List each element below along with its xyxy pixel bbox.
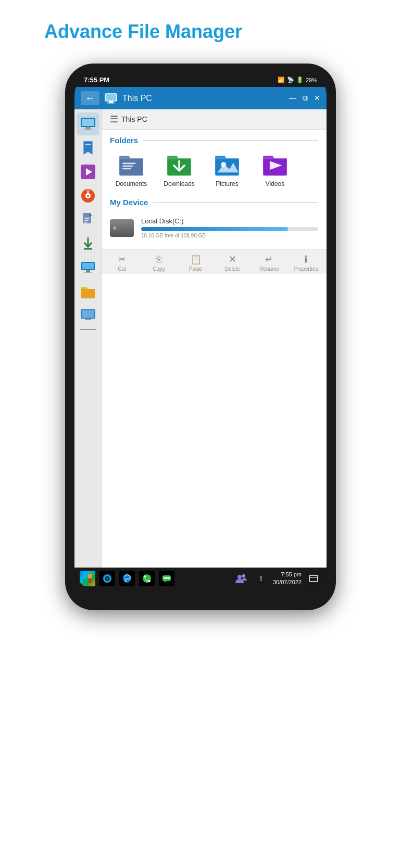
device-divider	[153, 202, 318, 203]
svg-rect-5	[85, 127, 91, 129]
sidebar-item-docs[interactable]	[77, 208, 99, 231]
copy-label: Copy	[153, 266, 165, 272]
sidebar-item-network[interactable]	[77, 304, 99, 327]
toolbar-paste-button[interactable]: 📋 Paste	[183, 254, 209, 272]
taskbar-notifications[interactable]	[306, 571, 321, 586]
battery-pct: 29%	[306, 77, 317, 83]
svg-rect-26	[82, 310, 94, 318]
svg-rect-1	[109, 101, 113, 103]
network-icon	[80, 309, 96, 322]
toolbar-rename-button[interactable]: ↵ Rename	[256, 254, 282, 272]
sidebar-item-downloads[interactable]	[77, 232, 99, 255]
videos-folder-icon	[259, 151, 291, 178]
folder-item-documents[interactable]: Documents	[110, 151, 153, 187]
sidebar-item-media[interactable]	[77, 160, 99, 183]
downloads-folder-icon	[164, 151, 195, 178]
svg-point-48	[168, 577, 170, 579]
taskbar-chevron-up[interactable]: ⇧	[253, 571, 269, 586]
taskbar-camera-button[interactable]	[99, 571, 115, 586]
svg-rect-24	[84, 272, 92, 273]
copy-icon: ⎘	[156, 254, 161, 265]
folder-icon	[80, 285, 96, 298]
delete-icon: ✕	[229, 254, 236, 265]
svg-point-49	[237, 575, 242, 579]
svg-rect-27	[85, 319, 91, 320]
svg-rect-18	[84, 222, 87, 223]
documents-label: Documents	[116, 180, 147, 187]
sidebar-item-folder[interactable]	[77, 280, 99, 303]
svg-point-41	[106, 577, 108, 580]
rename-icon: ↵	[265, 254, 273, 265]
svg-rect-28	[122, 163, 135, 165]
svg-rect-0	[105, 94, 117, 101]
wifi-icon: 📡	[287, 77, 294, 83]
folder-item-downloads[interactable]: Downloads	[158, 151, 200, 187]
taskbar-phone-button[interactable]	[139, 571, 155, 586]
cut-label: Cut	[118, 266, 127, 272]
back-button[interactable]: ←	[81, 91, 99, 105]
svg-rect-38	[88, 579, 92, 583]
sidebar-item-bookmark[interactable]	[77, 136, 99, 159]
disk-name: Local Disk(C:)	[141, 217, 318, 225]
disk-item[interactable]: Local Disk(C:) 18.10 GB free of 108.90 G…	[110, 213, 318, 243]
rename-label: Rename	[259, 266, 279, 272]
signal-icon: 📶	[278, 77, 285, 83]
restore-button[interactable]: ⧉	[303, 94, 308, 103]
disk-bar-inner	[141, 227, 288, 231]
clock-time: 7:55 pm	[273, 571, 302, 578]
breadcrumb-text: This PC	[121, 115, 147, 123]
breadcrumb-bar: ☰ This PC	[102, 109, 327, 130]
properties-label: Properties	[294, 266, 318, 272]
taskbar-team-icon[interactable]	[233, 571, 249, 586]
folders-label: Folders	[110, 136, 138, 145]
window-title: This PC	[122, 94, 284, 103]
svg-rect-23	[86, 270, 90, 272]
toolbar-delete-button[interactable]: ✕ Delete	[219, 254, 245, 272]
minimize-button[interactable]: —	[289, 94, 296, 103]
folder-item-videos[interactable]: Videos	[254, 151, 296, 187]
svg-rect-17	[84, 220, 89, 221]
sidebar-item-desktop[interactable]	[77, 256, 99, 279]
bottom-toolbar: ✂ Cut ⎘ Copy 📋 Paste ✕ Delete	[102, 249, 327, 274]
monitor-icon	[80, 117, 96, 131]
svg-rect-2	[107, 103, 115, 104]
sidebar-divider	[80, 329, 96, 330]
downloads-label: Downloads	[164, 180, 194, 187]
toolbar-cut-button[interactable]: ✂ Cut	[109, 254, 135, 272]
content-area: Folders	[102, 130, 327, 249]
folders-section-header: Folders	[110, 136, 318, 145]
window-controls: — ⧉ ✕	[289, 94, 320, 103]
hamburger-menu[interactable]: ☰	[110, 114, 118, 125]
bookmark-icon	[81, 140, 95, 156]
svg-rect-4	[82, 119, 94, 126]
phone-screen: 7:55 PM 📶 📡 🔋 29% ← This PC — ⧉ ✕	[74, 73, 327, 590]
svg-point-50	[242, 574, 245, 577]
paste-label: Paste	[189, 266, 203, 272]
media-play-icon	[81, 165, 95, 179]
taskbar-clock: 7:55 pm 30/07/2022	[273, 571, 302, 587]
taskbar-edge-button[interactable]	[119, 571, 135, 586]
disk-bar-outer	[141, 227, 318, 231]
pictures-label: Pictures	[216, 180, 238, 187]
download-icon	[81, 236, 95, 251]
sidebar	[74, 109, 102, 568]
folder-item-pictures[interactable]: Pictures	[206, 151, 248, 187]
svg-rect-22	[82, 263, 94, 269]
svg-point-12	[87, 195, 89, 197]
windows-start-button[interactable]	[80, 571, 95, 586]
sidebar-item-music[interactable]	[77, 184, 99, 207]
svg-marker-45	[165, 581, 167, 583]
cut-icon: ✂	[118, 254, 126, 265]
folders-grid: Documents	[110, 151, 318, 187]
close-button[interactable]: ✕	[314, 94, 320, 103]
toolbar-properties-button[interactable]: ℹ Properties	[293, 254, 319, 272]
toolbar-copy-button[interactable]: ⎘ Copy	[146, 254, 172, 272]
svg-point-47	[166, 577, 168, 579]
sidebar-item-this-pc[interactable]	[77, 112, 99, 135]
properties-icon: ℹ	[304, 254, 308, 265]
svg-rect-16	[84, 218, 90, 219]
svg-rect-37	[83, 579, 87, 583]
delete-label: Delete	[225, 266, 240, 272]
taskbar-chat-button[interactable]	[159, 571, 174, 586]
app-title: Advance File Manager	[44, 21, 357, 43]
